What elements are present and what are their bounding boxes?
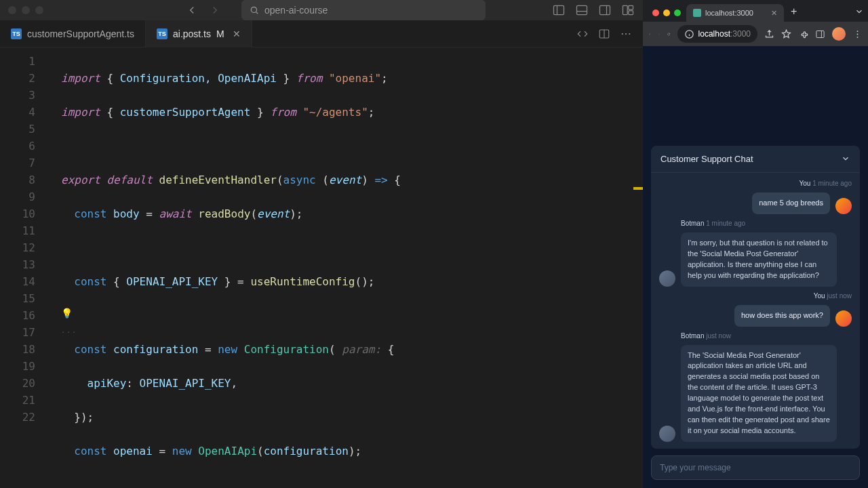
tab-modified-indicator: M (216, 28, 224, 39)
svg-point-12 (622, 33, 623, 34)
browser-window-controls[interactable] (647, 9, 686, 22)
message-meta: Botman 1 minute ago (659, 220, 852, 227)
close-icon[interactable]: ✕ (233, 28, 241, 39)
panel-icon[interactable] (815, 29, 825, 39)
message-row: I'm sorry, but that question is not rela… (659, 232, 852, 287)
layout-icon[interactable] (621, 3, 635, 17)
more-icon[interactable] (620, 28, 632, 40)
browser-window: localhost:3000 ✕ + localhost:3000 Custom… (643, 0, 868, 488)
profile-avatar[interactable] (832, 27, 846, 41)
browser-tab-title: localhost:3000 (705, 9, 753, 17)
editor-titlebar: open-ai-course (0, 0, 643, 20)
extensions-icon[interactable] (798, 29, 808, 39)
forward-icon[interactable] (658, 29, 660, 39)
tab-label: ai.post.ts (173, 28, 211, 39)
svg-rect-9 (629, 11, 633, 15)
browser-toolbar: localhost:3000 (643, 22, 868, 46)
user-avatar (835, 310, 852, 327)
compare-icon[interactable] (576, 28, 589, 40)
share-icon[interactable] (764, 29, 774, 39)
message-bubble: how does this app work? (734, 305, 830, 327)
ts-file-icon: TS (11, 28, 22, 39)
message-meta: Botman just now (659, 332, 852, 340)
url-bar[interactable]: localhost:3000 (677, 25, 757, 43)
chat-body: You 1 minute ago name 5 dog breeds Botma… (651, 173, 860, 449)
browser-tabstrip: localhost:3000 ✕ + (643, 0, 868, 22)
info-icon (684, 29, 694, 39)
ts-file-icon: TS (157, 28, 167, 39)
menu-icon[interactable] (852, 29, 863, 39)
message-row: how does this app work? (659, 305, 852, 327)
chat-header[interactable]: Customer Support Chat (651, 146, 860, 173)
command-search[interactable]: open-ai-course (241, 0, 486, 20)
search-icon (250, 5, 259, 15)
svg-point-0 (251, 7, 256, 12)
fold-dots-icon: ··· (61, 324, 77, 341)
chat-input-placeholder: Type your message (660, 463, 731, 472)
panel-left-icon[interactable] (552, 3, 566, 17)
back-icon[interactable] (648, 29, 651, 39)
user-avatar (835, 198, 852, 214)
search-text: open-ai-course (264, 5, 328, 16)
svg-point-22 (857, 36, 859, 37)
code-content[interactable]: import { Configuration, OpenAIApi } from… (47, 53, 643, 488)
svg-rect-5 (600, 5, 610, 14)
message-bubble: The 'Social Media Post Generator' applic… (681, 345, 837, 443)
tab-label: customerSupportAgent.ts (27, 28, 134, 39)
chevron-down-icon[interactable] (841, 154, 850, 163)
nav-forward-icon[interactable] (209, 4, 221, 16)
svg-rect-1 (554, 5, 564, 14)
tab-ai-post[interactable]: TS ai.post.ts M ✕ (146, 20, 252, 47)
split-editor-icon[interactable] (598, 28, 610, 40)
line-gutter: 12345678910111213141516171819202122 (0, 53, 47, 488)
svg-point-13 (625, 33, 627, 34)
browser-viewport: Customer Support Chat You 1 minute ago n… (643, 46, 868, 488)
message-row: name 5 dog breeds (659, 192, 852, 214)
reload-icon[interactable] (667, 29, 670, 39)
chevron-down-icon[interactable] (854, 7, 864, 16)
window-controls[interactable] (8, 6, 43, 14)
chat-title: Customer Support Chat (660, 154, 753, 164)
overview-marker (633, 187, 643, 190)
close-icon[interactable]: ✕ (771, 9, 777, 18)
message-meta: You just now (659, 292, 852, 300)
svg-rect-7 (623, 5, 628, 14)
panel-bottom-icon[interactable] (575, 3, 589, 17)
svg-rect-8 (629, 5, 633, 9)
chat-input[interactable]: Type your message (651, 455, 860, 480)
svg-rect-3 (577, 5, 587, 14)
svg-rect-18 (816, 30, 824, 37)
message-meta: You 1 minute ago (659, 180, 852, 187)
bot-avatar (659, 426, 675, 442)
nav-back-icon[interactable] (186, 4, 198, 16)
chat-panel: Customer Support Chat You 1 minute ago n… (651, 146, 860, 449)
tab-customer-support-agent[interactable]: TS customerSupportAgent.ts (0, 20, 146, 47)
message-bubble: name 5 dog breeds (752, 192, 830, 214)
lightbulb-icon[interactable]: 💡 (61, 305, 73, 322)
favicon-icon (693, 9, 701, 17)
svg-point-21 (857, 33, 859, 35)
editor-window: open-ai-course TS customerSupportAgent.t… (0, 0, 643, 488)
message-row: The 'Social Media Post Generator' applic… (659, 345, 852, 443)
message-bubble: I'm sorry, but that question is not rela… (681, 232, 837, 287)
svg-point-20 (857, 30, 859, 32)
svg-point-14 (629, 33, 630, 34)
browser-tab[interactable]: localhost:3000 ✕ (686, 4, 784, 22)
bot-avatar (659, 270, 675, 287)
code-editor[interactable]: 12345678910111213141516171819202122 💡 ··… (0, 47, 643, 488)
panel-right-icon[interactable] (598, 3, 612, 17)
new-tab-button[interactable]: + (784, 5, 804, 22)
editor-tabbar: TS customerSupportAgent.ts TS ai.post.ts… (0, 20, 643, 47)
url-domain: localhost (698, 29, 730, 39)
url-port: :3000 (730, 29, 751, 39)
star-icon[interactable] (781, 29, 791, 39)
